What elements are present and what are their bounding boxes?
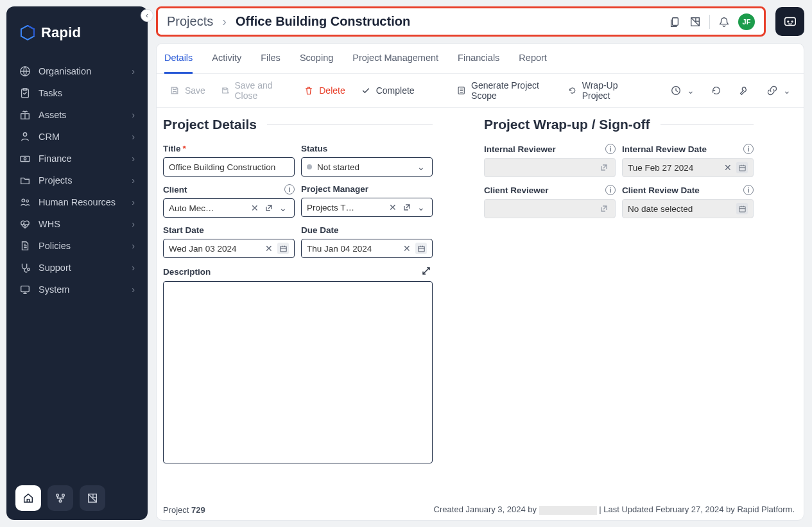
status-select[interactable]: Not started⌄ <box>301 157 433 177</box>
title-label: Title* <box>163 144 295 153</box>
sidebar-item-assets[interactable]: Assets› <box>12 104 143 126</box>
sidebar-item-support[interactable]: Support› <box>12 257 143 279</box>
wrap-up-section: Project Wrap-up / Sign-off Internal Revi… <box>484 117 754 499</box>
sidebar-item-organisation[interactable]: Organisation› <box>12 60 143 82</box>
sidebar-collapse-button[interactable]: ‹ <box>141 9 153 22</box>
history-dropdown[interactable]: ⌄ <box>669 83 695 98</box>
gift-icon <box>19 109 31 121</box>
sidebar-item-system[interactable]: System› <box>12 279 143 300</box>
open-icon <box>598 203 610 214</box>
info-icon[interactable]: i <box>605 185 616 195</box>
home-button[interactable] <box>15 485 41 511</box>
open-icon[interactable] <box>263 202 275 214</box>
chevron-right-icon: › <box>132 66 135 76</box>
tab-details[interactable]: Details <box>164 53 193 74</box>
svg-rect-9 <box>21 286 30 292</box>
internal-review-date-label: Internal Review Date <box>622 144 707 154</box>
delete-button[interactable]: Delete <box>304 85 345 96</box>
clear-icon[interactable]: ✕ <box>401 243 413 254</box>
client-label: Clienti <box>163 184 295 194</box>
chevron-right-icon: › <box>132 284 135 295</box>
complete-button[interactable]: Complete <box>361 85 415 96</box>
form-content: Project Details Title* Office Building C… <box>157 108 804 502</box>
link-dropdown[interactable]: ⌄ <box>765 83 791 98</box>
svg-point-17 <box>787 21 788 22</box>
tab-project-management[interactable]: Project Management <box>352 53 438 73</box>
client-review-date-label: Client Review Date <box>622 186 700 195</box>
tab-financials[interactable]: Financials <box>458 53 499 73</box>
due-date-input[interactable]: Thu Jan 04 2024✕ <box>301 239 433 258</box>
tab-scoping[interactable]: Scoping <box>300 53 333 73</box>
svg-rect-14 <box>672 17 678 25</box>
refresh-button[interactable] <box>710 83 722 98</box>
sidebar: Rapid Organisation› Tasks Assets› CRM› F… <box>6 6 148 520</box>
client-select[interactable]: Auto Mec…✕⌄ <box>163 198 295 218</box>
save-and-close-button[interactable]: Save and Close <box>221 80 288 101</box>
sidebar-item-projects[interactable]: Projects› <box>12 169 143 191</box>
clear-icon[interactable]: ✕ <box>263 243 275 254</box>
sidebar-item-whs[interactable]: WHS› <box>12 213 143 235</box>
sidebar-item-tasks[interactable]: Tasks <box>12 82 143 104</box>
wrap-up-button[interactable]: Wrap-Up Project <box>568 80 638 101</box>
folder-icon <box>19 175 31 186</box>
info-icon[interactable]: i <box>605 144 616 154</box>
chevron-right-icon: › <box>132 219 135 229</box>
workflow-button[interactable] <box>48 485 73 511</box>
save-button[interactable]: Save <box>169 85 205 96</box>
user-avatar[interactable]: JF <box>738 13 755 30</box>
svg-rect-23 <box>739 165 745 170</box>
sidebar-item-human-resources[interactable]: Human Resources› <box>12 191 143 213</box>
designer-icon[interactable] <box>689 15 702 28</box>
info-icon[interactable]: i <box>743 185 754 195</box>
tab-bar: Details Activity Files Scoping Project M… <box>157 44 804 74</box>
tools-button[interactable] <box>738 83 750 98</box>
svg-point-10 <box>56 494 59 497</box>
system-icon <box>19 284 31 295</box>
chevron-right-icon: › <box>132 241 135 251</box>
title-input[interactable]: Office Building Construction <box>163 157 295 177</box>
svg-point-5 <box>24 158 26 160</box>
stethoscope-icon <box>19 262 31 273</box>
sidebar-item-crm[interactable]: CRM› <box>12 126 143 148</box>
sidebar-bottom-bar <box>6 476 148 520</box>
svg-point-3 <box>23 133 26 136</box>
chevron-down-icon: ⌄ <box>687 85 695 96</box>
client-review-date-input: No date selected <box>622 199 754 218</box>
chevron-right-icon: › <box>222 14 227 29</box>
svg-rect-4 <box>21 156 30 161</box>
breadcrumb-parent[interactable]: Projects <box>167 14 213 29</box>
clipboard-icon <box>19 87 31 99</box>
main-panel: Details Activity Files Scoping Project M… <box>156 43 804 521</box>
clear-icon[interactable]: ✕ <box>387 202 399 213</box>
calendar-icon <box>736 203 748 214</box>
bell-icon[interactable] <box>718 15 730 28</box>
footer: Project 729 Created January 3, 2024 by |… <box>157 502 804 520</box>
pm-select[interactable]: Projects T…✕⌄ <box>301 198 433 217</box>
generate-scope-button[interactable]: Generate Project Scope <box>456 80 553 101</box>
clear-icon[interactable]: ✕ <box>249 202 261 214</box>
calendar-icon[interactable] <box>415 243 427 254</box>
start-date-input[interactable]: Wed Jan 03 2024✕ <box>163 239 295 258</box>
project-details-section: Project Details Title* Office Building C… <box>163 117 433 499</box>
tab-report[interactable]: Report <box>519 53 547 73</box>
section-title: Project Wrap-up / Sign-off <box>484 117 650 132</box>
assistant-button[interactable] <box>775 7 804 36</box>
description-textarea[interactable] <box>163 281 433 463</box>
info-icon[interactable]: i <box>284 184 295 194</box>
open-icon[interactable] <box>401 202 413 213</box>
copy-icon[interactable] <box>668 15 681 28</box>
svg-point-18 <box>791 21 793 22</box>
svg-point-12 <box>59 500 62 503</box>
chevron-down-icon: ⌄ <box>277 202 289 214</box>
designer-button[interactable] <box>80 485 105 511</box>
expand-icon[interactable] <box>421 266 433 277</box>
tab-files[interactable]: Files <box>261 53 281 73</box>
tab-activity[interactable]: Activity <box>212 53 241 73</box>
sidebar-item-finance[interactable]: Finance› <box>12 148 143 169</box>
link-icon <box>765 83 779 98</box>
sidebar-item-policies[interactable]: Policies› <box>12 235 143 257</box>
page-header: Projects › Office Building Construction … <box>156 6 766 37</box>
svg-rect-22 <box>418 246 424 251</box>
calendar-icon[interactable] <box>277 243 289 254</box>
info-icon[interactable]: i <box>743 144 754 154</box>
